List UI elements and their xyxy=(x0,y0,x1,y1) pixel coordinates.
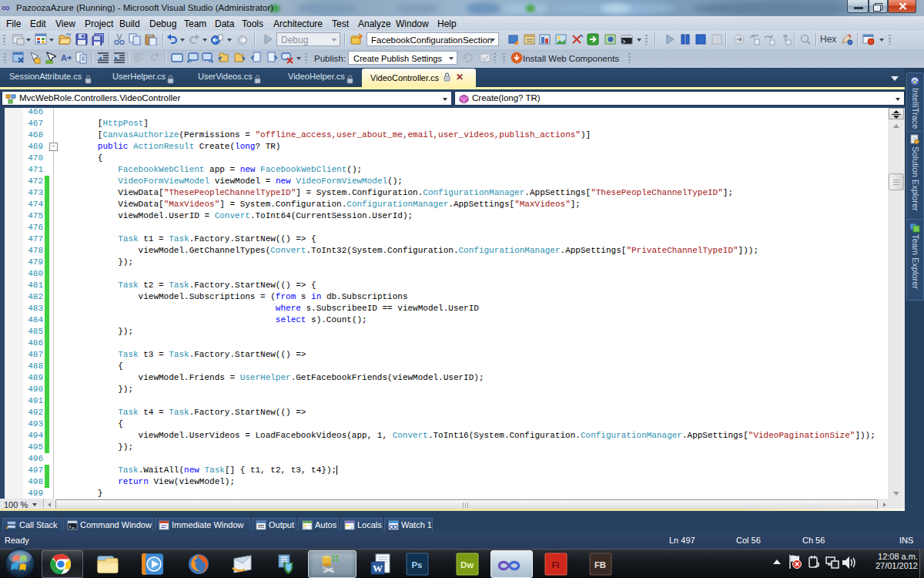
svg-text:A: A xyxy=(61,53,67,62)
svg-text:W: W xyxy=(373,563,383,574)
svg-text:FB: FB xyxy=(594,560,606,570)
svg-text:Fl: Fl xyxy=(551,560,559,570)
svg-text:Ps: Ps xyxy=(412,560,423,570)
svg-text:Dw: Dw xyxy=(460,560,474,570)
